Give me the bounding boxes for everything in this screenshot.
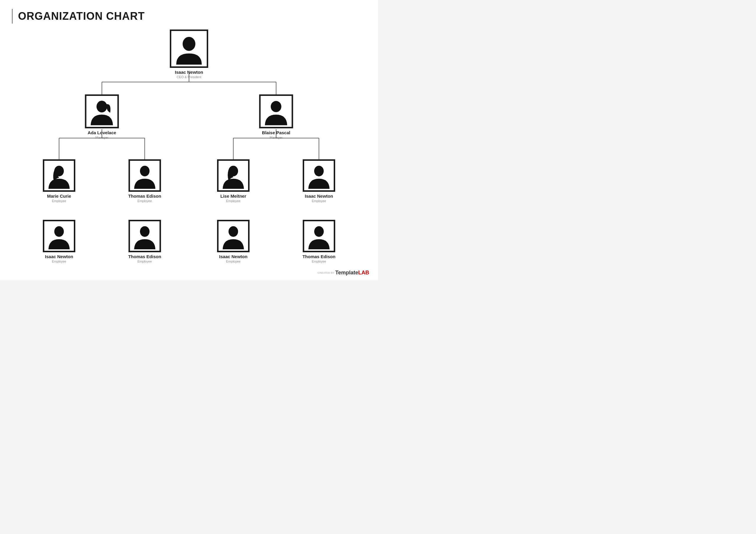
role-emp4: Employee	[312, 199, 326, 203]
svg-point-21	[229, 226, 238, 237]
role-emp1: Employee	[52, 199, 67, 203]
node-emp7: Isaac Newton Employee	[217, 220, 250, 263]
photo-emp4	[303, 159, 335, 192]
photo-emp3	[217, 159, 250, 192]
role-ceo: CEO & President	[176, 75, 202, 79]
watermark-created-by: CREATED BY	[317, 271, 334, 274]
page-title: ORGANIZATION CHART	[18, 10, 145, 22]
name-emp8: Thomas Edison	[302, 254, 336, 259]
photo-emp2	[128, 159, 161, 192]
node-emp3: Lise Meitner Employee	[217, 159, 250, 203]
watermark-brand: Template LAB	[335, 270, 369, 276]
photo-emp6	[128, 220, 161, 252]
watermark-template: Template	[335, 270, 358, 276]
watermark: CREATED BY Template LAB	[317, 270, 369, 276]
watermark-lab: LAB	[358, 270, 369, 276]
role-emp6: Employee	[138, 260, 152, 263]
name-ceo: Isaac Newton	[175, 70, 203, 75]
role-manager-left: Manager	[95, 136, 108, 139]
role-emp2: Employee	[138, 199, 152, 203]
photo-emp5	[43, 220, 75, 252]
node-manager-right: Blaise Pascal Manager	[259, 94, 293, 139]
role-emp5: Employee	[52, 260, 67, 263]
name-manager-left: Ada Lovelace	[88, 130, 116, 136]
svg-point-16	[140, 166, 149, 176]
photo-manager-right	[259, 94, 293, 128]
node-emp6: Thomas Edison Employee	[128, 220, 161, 263]
name-emp6: Thomas Edison	[128, 254, 161, 259]
svg-point-19	[54, 226, 64, 237]
svg-point-18	[314, 166, 324, 176]
photo-emp8	[303, 220, 335, 252]
role-emp7: Employee	[226, 260, 241, 263]
node-manager-left: Ada Lovelace Manager	[85, 94, 119, 139]
svg-point-20	[140, 226, 149, 237]
svg-point-22	[314, 226, 324, 237]
node-ceo: Isaac Newton CEO & President	[170, 30, 208, 79]
node-emp5: Isaac Newton Employee	[43, 220, 75, 263]
photo-manager-left	[85, 94, 119, 128]
title-area: ORGANIZATION CHART	[12, 9, 366, 24]
name-emp3: Lise Meitner	[220, 193, 246, 199]
svg-point-14	[271, 101, 282, 113]
name-emp4: Isaac Newton	[305, 193, 333, 199]
svg-point-12	[182, 37, 195, 51]
node-emp1: Marie Curie Employee	[43, 159, 75, 203]
role-emp8: Employee	[312, 260, 326, 263]
node-emp4: Isaac Newton Employee	[303, 159, 335, 203]
title-bar	[12, 9, 13, 24]
role-emp3: Employee	[226, 199, 241, 203]
photo-ceo	[170, 30, 208, 68]
photo-emp1	[43, 159, 75, 192]
node-emp8: Thomas Edison Employee	[302, 220, 336, 263]
name-manager-right: Blaise Pascal	[262, 130, 290, 136]
svg-point-13	[96, 101, 107, 113]
name-emp7: Isaac Newton	[219, 254, 248, 259]
role-manager-right: Manager	[270, 136, 282, 139]
name-emp2: Thomas Edison	[128, 193, 161, 199]
page: ORGANIZATION CHART	[0, 0, 378, 280]
node-emp2: Thomas Edison Employee	[128, 159, 161, 203]
name-emp5: Isaac Newton	[45, 254, 73, 259]
name-emp1: Marie Curie	[47, 193, 71, 199]
photo-emp7	[217, 220, 250, 252]
chart-area: Isaac Newton CEO & President Ada Lovelac…	[15, 30, 363, 271]
